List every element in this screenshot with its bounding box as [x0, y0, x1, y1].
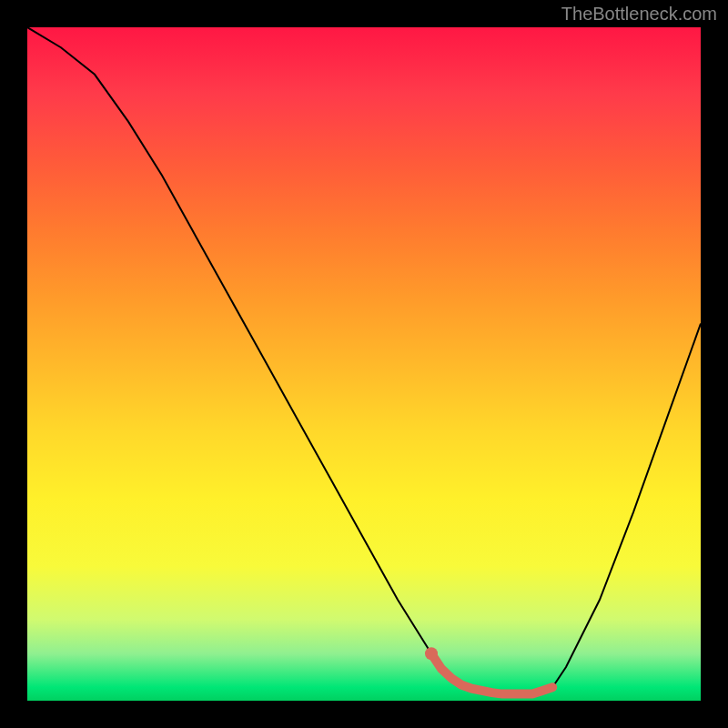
attribution-text: TheBottleneck.com [561, 4, 717, 25]
optimal-start-dot [425, 647, 438, 660]
chart-plot-area [27, 27, 701, 701]
optimal-range-highlight [431, 653, 552, 693]
bottleneck-curve [27, 27, 701, 694]
chart-svg [27, 27, 701, 701]
